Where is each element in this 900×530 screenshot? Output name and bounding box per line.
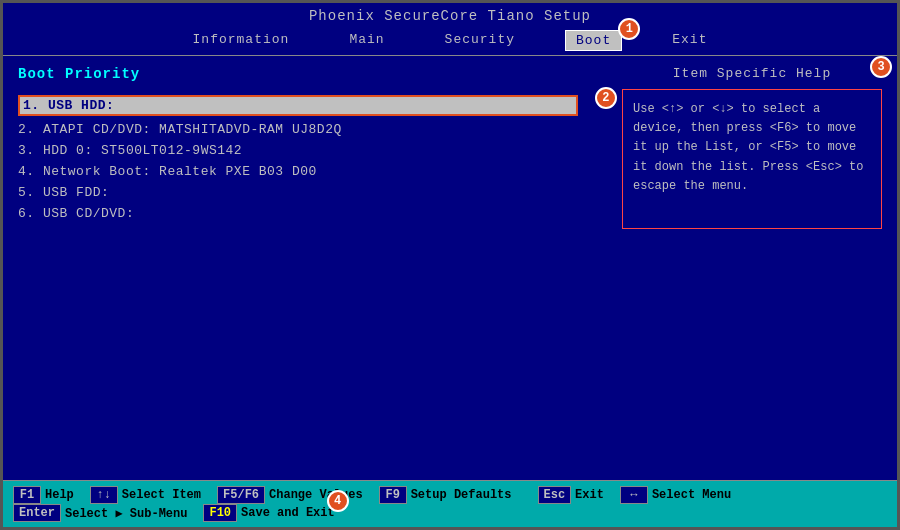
boot-item-2[interactable]: 2. ATAPI CD/DVD: MATSHITADVD-RAM UJ8D2Q [18, 119, 607, 140]
key-leftright-key: ↔ [620, 486, 648, 504]
boot-item-5[interactable]: 5. USB FDD: [18, 182, 607, 203]
key-leftright-label: Select Menu [652, 488, 731, 502]
key-leftright: ↔ Select Menu [620, 486, 731, 504]
help-box: Use <↑> or <↓> to select a device, then … [622, 89, 882, 229]
boot-item-5-num: 5. [18, 185, 43, 200]
key-updown: ↑↓ Select Item [90, 486, 201, 504]
boot-item-1[interactable]: 1. USB HDD: 2 [18, 92, 607, 119]
key-f1-label: Help [45, 488, 74, 502]
key-f9-key[interactable]: F9 [379, 486, 407, 504]
boot-item-3-num: 3. [18, 143, 43, 158]
boot-item-5-label: USB FDD: [43, 185, 109, 200]
section-title: Boot Priority [18, 66, 607, 82]
annotation-4: 4 [327, 490, 349, 512]
key-enter-label: Select ▶ Sub-Menu [65, 506, 187, 521]
help-title: Item Specific Help [622, 66, 882, 81]
key-enter-key[interactable]: Enter [13, 504, 61, 522]
bios-screen: Phoenix SecureCore Tiano Setup Informati… [0, 0, 900, 530]
boot-item-2-num: 2. [18, 122, 43, 137]
menu-main[interactable]: Main [339, 30, 394, 51]
menu-bar[interactable]: Information Main Security Boot 1 Exit [3, 27, 897, 56]
key-f1: F1 Help [13, 486, 74, 504]
annotation-3: 3 [870, 56, 892, 78]
content-area: Boot Priority 1. USB HDD: 2 2. ATAPI CD/… [3, 56, 897, 480]
right-panel: Item Specific Help Use <↑> or <↓> to sel… [622, 66, 882, 470]
key-f10-key[interactable]: F10 [203, 504, 237, 522]
left-panel: Boot Priority 1. USB HDD: 2 2. ATAPI CD/… [18, 66, 607, 470]
menu-security[interactable]: Security [435, 30, 525, 51]
key-updown-key: ↑↓ [90, 486, 118, 504]
menu-information[interactable]: Information [183, 30, 300, 51]
boot-list: 1. USB HDD: 2 2. ATAPI CD/DVD: MATSHITAD… [18, 92, 607, 224]
bottom-bar: F1 Help ↑↓ Select Item F5/F6 Change Valu… [3, 480, 897, 527]
key-f10: F10 Save and Exit 4 [203, 504, 334, 522]
key-f5f6-key[interactable]: F5/F6 [217, 486, 265, 504]
boot-item-2-label: ATAPI CD/DVD: MATSHITADVD-RAM UJ8D2Q [43, 122, 342, 137]
help-text: Use <↑> or <↓> to select a device, then … [633, 102, 863, 193]
boot-item-3[interactable]: 3. HDD 0: ST500LT012-9WS142 [18, 140, 607, 161]
boot-item-1-label: USB HDD: [48, 98, 114, 113]
key-esc-key[interactable]: Esc [538, 486, 572, 504]
key-f9-label: Setup Defaults [411, 488, 512, 502]
boot-item-6-label: USB CD/DVD: [43, 206, 134, 221]
bottom-bar-container: F1 Help ↑↓ Select Item F5/F6 Change Valu… [3, 480, 897, 527]
boot-item-1-num: 1. [23, 98, 48, 113]
boot-item-3-label: HDD 0: ST500LT012-9WS142 [43, 143, 242, 158]
menu-exit[interactable]: Exit [662, 30, 717, 51]
boot-item-4[interactable]: 4. Network Boot: Realtek PXE B03 D00 [18, 161, 607, 182]
boot-item-4-num: 4. [18, 164, 43, 179]
boot-item-6-num: 6. [18, 206, 43, 221]
annotation-2: 2 [595, 87, 617, 109]
menu-boot[interactable]: Boot [565, 30, 622, 51]
bios-title: Phoenix SecureCore Tiano Setup [309, 8, 591, 24]
boot-item-4-label: Network Boot: Realtek PXE B03 D00 [43, 164, 317, 179]
key-esc-label: Exit [575, 488, 604, 502]
boot-item-6[interactable]: 6. USB CD/DVD: [18, 203, 607, 224]
key-f9: F9 Setup Defaults [379, 486, 512, 504]
key-f1-key[interactable]: F1 [13, 486, 41, 504]
key-enter: Enter Select ▶ Sub-Menu [13, 504, 187, 522]
title-bar: Phoenix SecureCore Tiano Setup [3, 3, 897, 27]
annotation-1: 1 [618, 18, 640, 40]
key-f10-label: Save and Exit [241, 506, 335, 520]
key-updown-label: Select Item [122, 488, 201, 502]
key-esc: Esc Exit [538, 486, 604, 504]
